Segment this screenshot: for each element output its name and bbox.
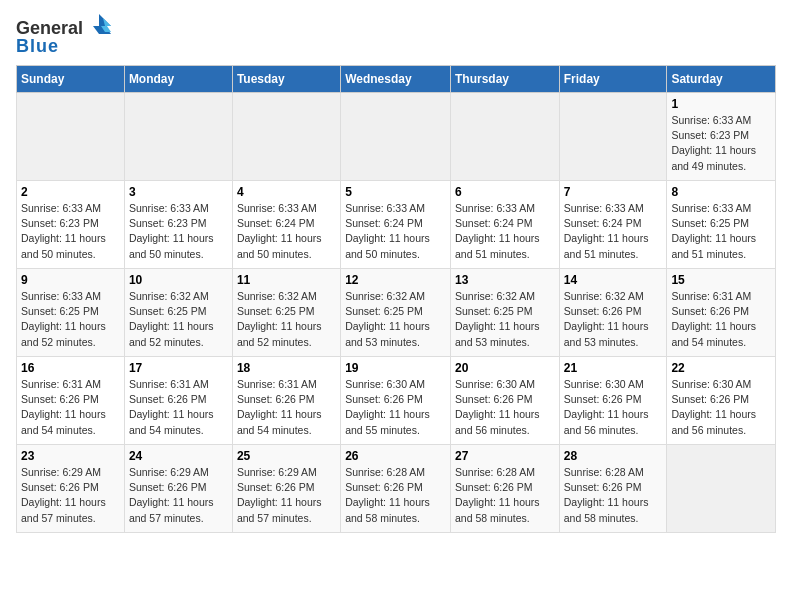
day-number: 24	[129, 449, 228, 463]
col-header-friday: Friday	[559, 66, 667, 93]
day-cell: 28Sunrise: 6:28 AM Sunset: 6:26 PM Dayli…	[559, 445, 667, 533]
day-cell: 22Sunrise: 6:30 AM Sunset: 6:26 PM Dayli…	[667, 357, 776, 445]
header-row: SundayMondayTuesdayWednesdayThursdayFrid…	[17, 66, 776, 93]
day-info: Sunrise: 6:32 AM Sunset: 6:25 PM Dayligh…	[455, 289, 555, 350]
day-number: 17	[129, 361, 228, 375]
day-number: 10	[129, 273, 228, 287]
col-header-wednesday: Wednesday	[341, 66, 451, 93]
day-cell: 21Sunrise: 6:30 AM Sunset: 6:26 PM Dayli…	[559, 357, 667, 445]
col-header-saturday: Saturday	[667, 66, 776, 93]
col-header-thursday: Thursday	[450, 66, 559, 93]
day-cell: 7Sunrise: 6:33 AM Sunset: 6:24 PM Daylig…	[559, 181, 667, 269]
logo-icon	[85, 12, 113, 40]
col-header-monday: Monday	[124, 66, 232, 93]
day-info: Sunrise: 6:33 AM Sunset: 6:23 PM Dayligh…	[21, 201, 120, 262]
day-cell: 16Sunrise: 6:31 AM Sunset: 6:26 PM Dayli…	[17, 357, 125, 445]
day-number: 16	[21, 361, 120, 375]
day-number: 26	[345, 449, 446, 463]
day-cell	[232, 93, 340, 181]
day-info: Sunrise: 6:33 AM Sunset: 6:23 PM Dayligh…	[129, 201, 228, 262]
day-number: 14	[564, 273, 663, 287]
day-info: Sunrise: 6:32 AM Sunset: 6:25 PM Dayligh…	[237, 289, 336, 350]
day-info: Sunrise: 6:30 AM Sunset: 6:26 PM Dayligh…	[345, 377, 446, 438]
page-header: General Blue	[16, 16, 776, 57]
day-number: 6	[455, 185, 555, 199]
day-number: 28	[564, 449, 663, 463]
day-cell: 14Sunrise: 6:32 AM Sunset: 6:26 PM Dayli…	[559, 269, 667, 357]
day-info: Sunrise: 6:33 AM Sunset: 6:24 PM Dayligh…	[564, 201, 663, 262]
day-cell: 8Sunrise: 6:33 AM Sunset: 6:25 PM Daylig…	[667, 181, 776, 269]
week-row-5: 23Sunrise: 6:29 AM Sunset: 6:26 PM Dayli…	[17, 445, 776, 533]
day-number: 11	[237, 273, 336, 287]
day-info: Sunrise: 6:29 AM Sunset: 6:26 PM Dayligh…	[237, 465, 336, 526]
day-cell: 6Sunrise: 6:33 AM Sunset: 6:24 PM Daylig…	[450, 181, 559, 269]
day-cell	[667, 445, 776, 533]
day-number: 13	[455, 273, 555, 287]
day-info: Sunrise: 6:32 AM Sunset: 6:25 PM Dayligh…	[129, 289, 228, 350]
day-info: Sunrise: 6:31 AM Sunset: 6:26 PM Dayligh…	[129, 377, 228, 438]
logo: General Blue	[16, 16, 113, 57]
day-info: Sunrise: 6:29 AM Sunset: 6:26 PM Dayligh…	[21, 465, 120, 526]
day-cell: 20Sunrise: 6:30 AM Sunset: 6:26 PM Dayli…	[450, 357, 559, 445]
day-number: 8	[671, 185, 771, 199]
day-info: Sunrise: 6:31 AM Sunset: 6:26 PM Dayligh…	[21, 377, 120, 438]
day-info: Sunrise: 6:30 AM Sunset: 6:26 PM Dayligh…	[564, 377, 663, 438]
day-info: Sunrise: 6:29 AM Sunset: 6:26 PM Dayligh…	[129, 465, 228, 526]
day-number: 21	[564, 361, 663, 375]
day-number: 9	[21, 273, 120, 287]
day-number: 25	[237, 449, 336, 463]
day-info: Sunrise: 6:30 AM Sunset: 6:26 PM Dayligh…	[455, 377, 555, 438]
day-number: 1	[671, 97, 771, 111]
day-info: Sunrise: 6:32 AM Sunset: 6:26 PM Dayligh…	[564, 289, 663, 350]
day-number: 18	[237, 361, 336, 375]
day-number: 2	[21, 185, 120, 199]
day-number: 15	[671, 273, 771, 287]
day-cell: 9Sunrise: 6:33 AM Sunset: 6:25 PM Daylig…	[17, 269, 125, 357]
day-number: 5	[345, 185, 446, 199]
day-number: 23	[21, 449, 120, 463]
day-cell: 26Sunrise: 6:28 AM Sunset: 6:26 PM Dayli…	[341, 445, 451, 533]
day-cell: 18Sunrise: 6:31 AM Sunset: 6:26 PM Dayli…	[232, 357, 340, 445]
day-cell: 1Sunrise: 6:33 AM Sunset: 6:23 PM Daylig…	[667, 93, 776, 181]
day-number: 19	[345, 361, 446, 375]
day-number: 7	[564, 185, 663, 199]
day-cell	[341, 93, 451, 181]
day-cell: 23Sunrise: 6:29 AM Sunset: 6:26 PM Dayli…	[17, 445, 125, 533]
week-row-4: 16Sunrise: 6:31 AM Sunset: 6:26 PM Dayli…	[17, 357, 776, 445]
logo-blue: Blue	[16, 36, 59, 57]
day-info: Sunrise: 6:28 AM Sunset: 6:26 PM Dayligh…	[564, 465, 663, 526]
day-info: Sunrise: 6:28 AM Sunset: 6:26 PM Dayligh…	[345, 465, 446, 526]
day-info: Sunrise: 6:31 AM Sunset: 6:26 PM Dayligh…	[671, 289, 771, 350]
day-info: Sunrise: 6:33 AM Sunset: 6:24 PM Dayligh…	[455, 201, 555, 262]
day-cell: 25Sunrise: 6:29 AM Sunset: 6:26 PM Dayli…	[232, 445, 340, 533]
day-number: 20	[455, 361, 555, 375]
day-number: 27	[455, 449, 555, 463]
day-cell: 3Sunrise: 6:33 AM Sunset: 6:23 PM Daylig…	[124, 181, 232, 269]
day-info: Sunrise: 6:33 AM Sunset: 6:25 PM Dayligh…	[671, 201, 771, 262]
day-number: 4	[237, 185, 336, 199]
day-cell	[124, 93, 232, 181]
day-number: 3	[129, 185, 228, 199]
day-cell: 12Sunrise: 6:32 AM Sunset: 6:25 PM Dayli…	[341, 269, 451, 357]
day-number: 12	[345, 273, 446, 287]
week-row-1: 1Sunrise: 6:33 AM Sunset: 6:23 PM Daylig…	[17, 93, 776, 181]
calendar-table: SundayMondayTuesdayWednesdayThursdayFrid…	[16, 65, 776, 533]
day-info: Sunrise: 6:28 AM Sunset: 6:26 PM Dayligh…	[455, 465, 555, 526]
day-cell: 19Sunrise: 6:30 AM Sunset: 6:26 PM Dayli…	[341, 357, 451, 445]
day-info: Sunrise: 6:33 AM Sunset: 6:25 PM Dayligh…	[21, 289, 120, 350]
day-cell: 11Sunrise: 6:32 AM Sunset: 6:25 PM Dayli…	[232, 269, 340, 357]
day-cell: 2Sunrise: 6:33 AM Sunset: 6:23 PM Daylig…	[17, 181, 125, 269]
day-info: Sunrise: 6:30 AM Sunset: 6:26 PM Dayligh…	[671, 377, 771, 438]
day-number: 22	[671, 361, 771, 375]
day-cell: 5Sunrise: 6:33 AM Sunset: 6:24 PM Daylig…	[341, 181, 451, 269]
day-cell: 24Sunrise: 6:29 AM Sunset: 6:26 PM Dayli…	[124, 445, 232, 533]
day-cell: 13Sunrise: 6:32 AM Sunset: 6:25 PM Dayli…	[450, 269, 559, 357]
day-cell: 17Sunrise: 6:31 AM Sunset: 6:26 PM Dayli…	[124, 357, 232, 445]
day-cell	[450, 93, 559, 181]
day-cell: 15Sunrise: 6:31 AM Sunset: 6:26 PM Dayli…	[667, 269, 776, 357]
day-cell: 10Sunrise: 6:32 AM Sunset: 6:25 PM Dayli…	[124, 269, 232, 357]
col-header-sunday: Sunday	[17, 66, 125, 93]
day-info: Sunrise: 6:32 AM Sunset: 6:25 PM Dayligh…	[345, 289, 446, 350]
day-cell: 27Sunrise: 6:28 AM Sunset: 6:26 PM Dayli…	[450, 445, 559, 533]
day-cell: 4Sunrise: 6:33 AM Sunset: 6:24 PM Daylig…	[232, 181, 340, 269]
